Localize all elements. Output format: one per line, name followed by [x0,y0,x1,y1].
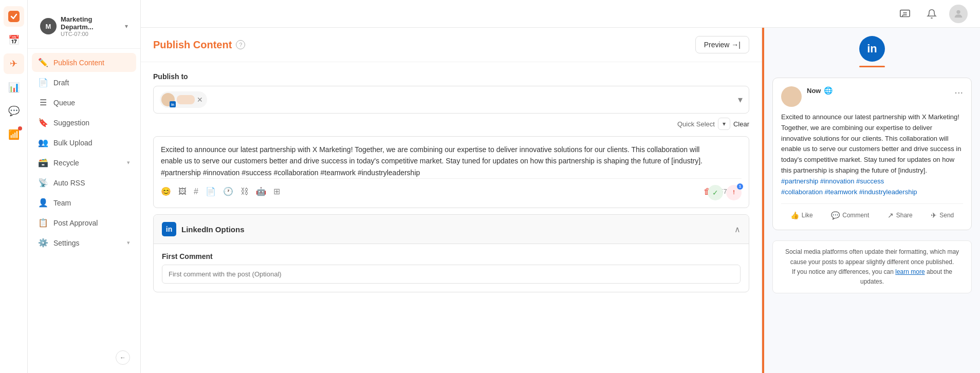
sidebar-item-post-approval[interactable]: 📋 Post Approval [32,213,136,232]
sidebar-item-label-post-approval: Post Approval [53,219,98,227]
preview-panel-header: in [764,28,980,73]
collapse-sidebar-button[interactable]: ← [116,350,130,365]
publish-to-expand-icon[interactable]: ▾ [738,94,743,105]
li-post-more-button[interactable]: ··· [954,86,963,98]
sidebar-item-team[interactable]: 👤 Team [32,193,136,212]
sidebar-item-label-queue: Queue [53,99,75,107]
grammar-check-icon[interactable]: ✓ [708,185,723,200]
content-area: Publish Content ? Preview →| Publish to … [141,28,980,373]
chip-remove-button[interactable]: ✕ [197,96,203,103]
like-button[interactable]: 👍 Like [786,209,817,221]
grid-icon[interactable]: ⊞ [273,185,280,198]
sidebar-item-recycle[interactable]: 🗃️ Recycle ▾ [32,153,136,172]
linkedin-options-header[interactable]: in LinkedIn Options ∧ [154,215,749,244]
comment-button[interactable]: 💬 Comment [827,209,873,221]
hashtag-collaboration[interactable]: #collaboration [781,188,823,196]
notifications-icon[interactable] [922,5,941,23]
comments-icon[interactable]: 💬 [4,101,24,121]
sidebar-item-label-bulk-upload: Bulk Upload [53,139,93,147]
sidebar-header: M Marketing Departm... UTC-07:00 ▾ [28,8,140,49]
org-info: Marketing Departm... UTC-07:00 [61,15,121,37]
sidebar-item-auto-rss[interactable]: 📡 Auto RSS [32,173,136,192]
alert-icon[interactable]: ! 1 [726,185,742,200]
linkedin-tab-indicator [859,66,885,67]
link-icon[interactable]: ⛓ [241,185,249,198]
emoji-icon[interactable]: 😊 [161,185,171,198]
publish-to-box[interactable]: in ✕ ▾ [153,86,749,114]
bulk-upload-icon: 👥 [38,138,48,147]
quick-select-label: Quick Select [677,120,715,128]
image-icon[interactable]: 🖼 [178,185,187,198]
text-editor[interactable]: Excited to announce our latest partnersh… [153,136,749,208]
sidebar-item-queue[interactable]: ☰ Queue [32,93,136,112]
linkedin-options: in LinkedIn Options ∧ First Comment [153,214,749,292]
send-label: Send [939,212,954,219]
sidebar-item-settings[interactable]: ⚙️ Settings ▾ [32,233,136,252]
help-icon[interactable]: ? [236,40,245,49]
clear-button[interactable]: Clear [733,120,749,128]
messages-icon[interactable] [896,5,914,23]
sidebar-item-suggestion[interactable]: 🔖 Suggestion [32,113,136,132]
sidebar-item-bulk-upload[interactable]: 👥 Bulk Upload [32,133,136,152]
user-avatar[interactable] [949,5,968,23]
publish-to-label: Publish to [153,72,749,81]
sidebar-item-label-recycle: Recycle [53,159,79,167]
sidebar-item-draft[interactable]: 📄 Draft [32,73,136,92]
sidebar-nav: ✏️ Publish Content 📄 Draft ☰ Queue 🔖 Sug… [28,53,140,252]
first-comment-label: First Comment [162,252,741,260]
schedule-icon[interactable]: 🕐 [223,185,233,198]
preview-label: Preview →| [704,41,741,49]
hashtag-innovation[interactable]: #innovation [820,177,855,185]
post-text-content: Excited to announce our latest partnersh… [161,144,742,178]
account-chip-name [177,95,195,104]
sidebar-item-label-team: Team [53,199,71,207]
share-button[interactable]: ↗ Share [883,209,917,221]
org-chevron-icon: ▾ [125,23,128,30]
li-post-name: Now [807,87,821,95]
linkedin-options-chevron-icon[interactable]: ∧ [734,225,741,234]
linkedin-logo: in [162,222,176,236]
org-selector[interactable]: M Marketing Departm... UTC-07:00 ▾ [36,12,132,40]
learn-more-link[interactable]: learn more [895,268,924,275]
notes-icon[interactable]: 📄 [206,185,216,198]
svg-rect-1 [900,10,910,16]
streams-icon[interactable]: 📶 [4,124,24,145]
publish-icon[interactable]: ✈ [4,53,24,74]
publish-body: Publish to in ✕ ▾ Quick Select [141,62,762,373]
preview-notice: Social media platforms often update thei… [772,240,972,293]
hashtag-teamwork[interactable]: #teamwork [825,188,858,196]
sidebar-item-label-settings: Settings [53,239,80,247]
sidebar-item-label-publish: Publish Content [53,59,104,67]
analytics-icon[interactable]: 📊 [4,77,24,98]
robot-icon[interactable]: 🤖 [256,185,266,198]
quick-select-button[interactable]: ▾ [718,118,730,130]
linkedin-preview-logo: in [859,36,885,62]
send-icon: ✈ [931,211,937,219]
hashtag-industryleadership[interactable]: #industryleadership [859,188,917,196]
calendar-icon[interactable]: 📅 [4,30,24,50]
svg-point-2 [956,10,960,13]
floating-icons: ✓ ! 1 [708,185,742,200]
publish-panel-header: Publish Content ? Preview →| [141,28,762,62]
send-button[interactable]: ✈ Send [927,209,958,221]
preview-panel: in Now 🌐 ··· Excited to announc [764,28,980,373]
logo-icon[interactable] [4,6,24,27]
quick-select-row: Quick Select ▾ Clear [153,118,749,130]
sidebar-item-publish-content[interactable]: ✏️ Publish Content [32,53,136,72]
preview-button[interactable]: Preview →| [695,36,749,53]
publish-nav-icon: ✏️ [38,58,48,67]
account-chip: in ✕ [160,91,207,108]
hashtag-partnership[interactable]: #partnership [781,177,818,185]
svg-rect-0 [8,11,20,22]
post-approval-icon: 📋 [38,218,48,228]
like-label: Like [802,212,813,219]
li-post-actions: 👍 Like 💬 Comment ↗ Share ✈ Send [781,203,963,221]
hashtag-success[interactable]: #success [856,177,884,185]
li-post-avatar [781,86,802,107]
sidebar: M Marketing Departm... UTC-07:00 ▾ ✏️ Pu… [28,0,141,373]
editor-toolbar: 😊 🖼 # 📄 🕐 ⛓ 🤖 ⊞ 🗑 2574 ✦ [161,178,742,198]
hashtag-icon[interactable]: # [194,185,198,198]
first-comment-input[interactable] [162,265,741,284]
li-post-privacy-icon: 🌐 [824,86,833,95]
sidebar-item-label-draft: Draft [53,79,69,87]
